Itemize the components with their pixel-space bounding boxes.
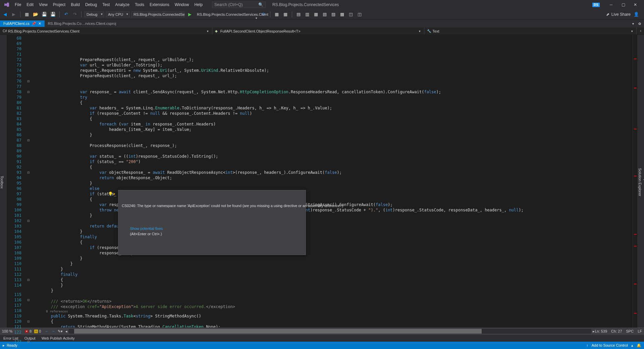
run-target-dropdown[interactable]: RS.Blog.Projects.ConnectedServices.Clien… <box>195 12 259 17</box>
source-control-button[interactable]: Add to Source Control <box>592 343 628 347</box>
nav-type[interactable]: ◆ FullAPI.SecondClient.ObjectResponseRes… <box>212 28 425 35</box>
scroll-left-icon[interactable]: ◂ <box>65 329 67 334</box>
code-line[interactable]: { <box>32 164 633 170</box>
fold-toggle[interactable]: ⊟ <box>25 319 32 324</box>
code-line[interactable]: foreach (var item_ in response_.Content.… <box>32 121 633 127</box>
code-line[interactable]: ProcessResponse(client_, response_); <box>32 143 633 148</box>
col-indicator[interactable]: Ch: 27 <box>611 329 622 333</box>
menu-test[interactable]: Test <box>100 1 112 8</box>
undo-icon[interactable]: ↶ <box>62 11 70 18</box>
nav-project[interactable]: C# RS.Blog.Projects.ConnectedServices.Cl… <box>0 28 212 35</box>
codelens[interactable]: 0 references <box>32 309 633 313</box>
menu-debug[interactable]: Debug <box>83 1 100 8</box>
code-line[interactable]: var url_ = urlBuilder_.ToString(); <box>32 62 633 68</box>
search-input[interactable]: Search (Ctrl+Q) 🔍 <box>212 1 266 8</box>
user-badge[interactable]: RS <box>592 3 600 7</box>
pane-properties[interactable]: Properties <box>643 37 644 328</box>
config-dropdown[interactable]: Debug <box>84 11 104 17</box>
code-line[interactable]: var objectResponse_ = await ReadObjectRe… <box>32 170 633 175</box>
toolbox-pane-tab[interactable]: Toolbox <box>0 35 7 328</box>
bottom-tab-web-publish-activity[interactable]: Web Publish Activity <box>42 336 75 340</box>
line-indicator[interactable]: Ln: 539 <box>595 329 607 333</box>
show-fixes-link[interactable]: Show potential fixes <box>130 227 163 231</box>
nav-member[interactable]: 🔧 Text ▾ <box>424 28 637 35</box>
menu-tools[interactable]: Tools <box>132 1 147 8</box>
nav-back-button[interactable]: ◀ <box>1 11 9 18</box>
close-icon[interactable]: ✕ <box>38 21 41 26</box>
code-line[interactable]: } <box>32 132 633 138</box>
fold-toggle[interactable]: ⊟ <box>25 79 32 84</box>
tab-settings-icon[interactable]: ✿ <box>637 20 643 27</box>
menu-analyze[interactable]: Analyze <box>112 1 132 8</box>
code-line[interactable]: finally <box>32 272 633 277</box>
code-line[interactable] <box>32 293 633 299</box>
pane-solution-explorer[interactable]: Solution Explorer <box>637 37 643 328</box>
menu-edit[interactable]: Edit <box>24 1 36 8</box>
bottom-tab-error-list[interactable]: Error List <box>3 336 18 340</box>
code-line[interactable]: /// <exception cref="ApiException">A ser… <box>32 304 633 309</box>
nav-fwd-button[interactable]: ▶ <box>10 11 17 18</box>
startup-dropdown[interactable]: RS.Blog.Projects.ConnectedService <box>131 11 185 17</box>
menu-help[interactable]: Help <box>192 1 205 8</box>
platform-dropdown[interactable]: Any CPU <box>106 11 130 17</box>
liveshare-button[interactable]: Live Share <box>611 12 631 17</box>
tb-icon-1[interactable]: ▦ <box>273 11 280 18</box>
pin-icon[interactable]: 📌 <box>32 21 36 26</box>
code-line[interactable]: } <box>32 261 633 266</box>
code-line[interactable]: headers_[item_.Key] = item_.Value; <box>32 127 633 132</box>
close-button[interactable]: ✕ <box>631 1 640 8</box>
code-editor[interactable]: 💡▾ CS0246: The type or namespace name 'A… <box>32 35 633 328</box>
tb-icon-8[interactable]: ▩ <box>338 11 346 18</box>
code-line[interactable]: var status_ = ((int)response_.StatusCode… <box>32 154 633 159</box>
code-line[interactable]: return StringMethodAsync(System.Threadin… <box>32 324 633 328</box>
code-line[interactable]: public System.Threading.Tasks.Task<strin… <box>32 313 633 319</box>
tab-overflow-icon[interactable]: ▾ <box>630 20 636 27</box>
code-line[interactable]: { <box>32 116 633 121</box>
menu-view[interactable]: View <box>36 1 50 8</box>
tb-icon-2[interactable]: ▦ <box>282 11 289 18</box>
tb-icon-4[interactable]: ▥ <box>304 11 311 18</box>
code-line[interactable]: PrepareRequest(client_, request_, url_); <box>32 73 633 79</box>
tb-icon-3[interactable]: ▤ <box>295 11 302 18</box>
minimize-button[interactable]: ─ <box>606 1 616 8</box>
fold-toggle[interactable]: ⊟ <box>25 218 32 223</box>
fold-toggle[interactable]: ⊟ <box>25 297 32 303</box>
lightbulb-icon[interactable]: 💡▾ <box>108 191 115 197</box>
code-line[interactable]: } <box>32 288 633 293</box>
code-line[interactable] <box>32 148 633 154</box>
code-line[interactable]: try <box>32 95 633 100</box>
code-line[interactable] <box>32 84 633 89</box>
fold-toggle[interactable]: ⊟ <box>25 138 32 143</box>
code-line[interactable]: return objectResponse_.Object; <box>32 175 633 181</box>
prev-issue-icon[interactable]: ← <box>45 329 49 334</box>
error-count[interactable]: ✕ 8 <box>25 329 32 333</box>
tb-icon-5[interactable]: ▦ <box>312 11 320 18</box>
code-line[interactable] <box>32 138 633 143</box>
start-button[interactable]: ▶ <box>186 11 194 18</box>
fold-toggle[interactable]: ⊟ <box>25 170 32 175</box>
zoom-dropdown[interactable]: 100 % <box>2 329 22 333</box>
new-project-icon[interactable]: ▦ <box>23 11 31 18</box>
horizontal-scrollbar[interactable] <box>69 329 591 334</box>
code-line[interactable]: { <box>32 277 633 283</box>
maximize-button[interactable]: ▢ <box>619 1 628 8</box>
overview-ruler[interactable] <box>633 35 637 328</box>
code-line[interactable]: var response_ = await client_.SendAsync(… <box>32 89 633 95</box>
code-line[interactable]: { <box>32 100 633 105</box>
feedback-icon[interactable]: 👤 <box>633 11 640 18</box>
code-line[interactable]: { <box>32 319 633 324</box>
code-line[interactable]: } <box>32 181 633 186</box>
warning-count[interactable]: ⚠ 0 <box>34 329 41 333</box>
code-line[interactable]: if (response_.Content != null && respons… <box>32 111 633 116</box>
notifications-icon[interactable]: 🔔 <box>637 343 641 348</box>
tab-inactive[interactable]: RS.Blog.Projects.Co…rvices.Client.csproj <box>45 20 120 27</box>
redo-icon[interactable]: ↷ <box>71 11 78 18</box>
code-line[interactable]: PrepareRequest(client_, request_, urlBui… <box>32 57 633 62</box>
chevron-up-icon[interactable]: ▴ <box>631 343 633 348</box>
menu-project[interactable]: Project <box>50 1 68 8</box>
pen-icon[interactable]: ✎▾ <box>58 329 63 334</box>
tb-icon-9[interactable]: ◫ <box>347 11 355 18</box>
tab-active[interactable]: FullAPIClient.cs 📌 ✕ <box>0 20 45 27</box>
split-icon[interactable]: ⫞ <box>637 28 644 34</box>
publish-icon[interactable]: ↑ <box>586 343 588 347</box>
